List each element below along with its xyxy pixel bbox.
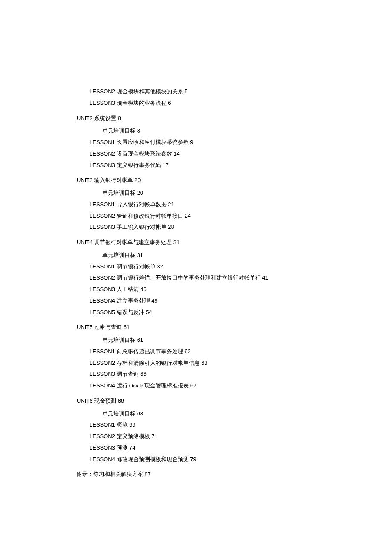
lesson-title: 概览 xyxy=(117,422,128,428)
unit-goal: 单元培训目标 68 xyxy=(102,410,349,418)
lesson-page: 17 xyxy=(162,162,168,168)
lesson-page: 67 xyxy=(190,382,196,389)
goal-page: 61 xyxy=(137,337,143,343)
lesson-entry: LESSON3 手工输入银行对帐单 28 xyxy=(89,223,349,231)
lesson-label: LESSON4 xyxy=(89,456,115,462)
unit-page: 8 xyxy=(118,115,121,121)
lesson-title: 运行 Oracle 现金管理标准报表 xyxy=(117,383,189,389)
lesson-title: 预测 xyxy=(117,445,128,451)
lesson-entry: LESSON2 定义预测模板 71 xyxy=(89,432,349,441)
lesson-page: 66 xyxy=(140,371,146,377)
lesson-label: LESSON1 xyxy=(89,139,115,145)
goal-title: 单元培训目标 xyxy=(102,411,135,417)
lesson-entry: LESSON1 概览 69 xyxy=(89,421,349,429)
lesson-page: 21 xyxy=(168,201,174,208)
unit-goal: 单元培训目标 8 xyxy=(102,127,349,135)
unit-title: 调节银行对帐单与建立事务处理 xyxy=(94,239,172,245)
lesson-entry: LESSON1 向总帐传递已调节事务处理 62 xyxy=(89,347,349,356)
unit-section: UNIT2 系统设置 8 单元培训目标 8 LESSON1 设置应收和应付模块系… xyxy=(77,114,349,170)
lesson-entry: LESSON4 运行 Oracle 现金管理标准报表 67 xyxy=(89,381,349,390)
unit-page: 61 xyxy=(124,324,130,330)
unit-goal: 单元培训目标 20 xyxy=(102,189,349,197)
lesson-page: 74 xyxy=(129,444,135,451)
goal-page: 31 xyxy=(137,252,143,258)
unit-section: UNIT6 现金预测 68 单元培训目标 68 LESSON1 概览 69 LE… xyxy=(77,397,349,464)
lesson-label: LESSON2 xyxy=(89,433,115,439)
lesson-label: LESSON2 xyxy=(89,213,115,219)
lesson-title: 调节银行对帐单 xyxy=(117,264,156,270)
lesson-label: LESSON3 xyxy=(89,100,115,106)
unit-section: UNIT4 调节银行对帐单与建立事务处理 31 单元培训目标 31 LESSON… xyxy=(77,238,349,316)
unit-heading: UNIT6 现金预测 68 xyxy=(77,397,349,405)
lesson-page: 49 xyxy=(151,297,157,304)
lesson-entry: LESSON3 定义银行事务代码 17 xyxy=(89,161,349,170)
lesson-entry: LESSON1 调节银行对帐单 32 xyxy=(89,263,349,271)
unit-heading: UNIT4 调节银行对帐单与建立事务处理 31 xyxy=(77,238,349,247)
unit-title: 现金预测 xyxy=(94,398,116,404)
lesson-label: LESSON4 xyxy=(89,382,115,389)
goal-title: 单元培训目标 xyxy=(102,252,135,258)
lesson-page: 14 xyxy=(173,150,179,157)
lesson-title: 设置应收和应付模块系统参数 xyxy=(117,139,189,145)
lesson-label: LESSON4 xyxy=(89,297,115,304)
lesson-label: LESSON3 xyxy=(89,224,115,230)
appendix-page: 87 xyxy=(144,471,150,477)
lesson-page: 69 xyxy=(129,421,135,428)
lesson-page: 9 xyxy=(190,139,193,145)
lesson-title: 错误与反冲 xyxy=(117,309,144,315)
appendix-entry: 附录：练习和相关解决方案 87 xyxy=(77,470,349,479)
lesson-label: LESSON1 xyxy=(89,348,115,355)
lesson-entry: LESSON2 存档和清除引入的银行对帐单信息 63 xyxy=(89,359,349,367)
lesson-label: LESSON2 xyxy=(89,88,115,95)
lesson-page: 79 xyxy=(190,456,196,462)
unit-page: 68 xyxy=(118,398,124,404)
lesson-page: 24 xyxy=(184,213,190,219)
lesson-label: LESSON3 xyxy=(89,371,115,377)
lesson-title: 现金模块的业务流程 xyxy=(117,100,167,106)
unit-page: 31 xyxy=(173,239,179,245)
goal-title: 单元培训目标 xyxy=(102,190,135,196)
unit-label: UNIT5 xyxy=(77,324,93,330)
pre-unit-lessons: LESSON2 现金模块和其他模块的关系 5 LESSON3 现金模块的业务流程… xyxy=(77,87,349,107)
lesson-page: 46 xyxy=(140,286,146,292)
lesson-entry: LESSON4 建立事务处理 49 xyxy=(89,297,349,305)
lesson-label: LESSON3 xyxy=(89,286,115,292)
lesson-page: 63 xyxy=(201,360,207,366)
lesson-entry: LESSON3 人工结清 46 xyxy=(89,285,349,294)
lesson-entry: LESSON3 预测 74 xyxy=(89,444,349,452)
lesson-page: 54 xyxy=(146,309,152,315)
unit-label: UNIT2 xyxy=(77,115,93,121)
lesson-label: LESSON1 xyxy=(89,263,115,270)
unit-label: UNIT3 xyxy=(77,177,93,183)
goal-page: 68 xyxy=(137,410,143,417)
unit-label: UNIT4 xyxy=(77,239,93,245)
goal-page: 20 xyxy=(137,190,143,196)
lesson-label: LESSON2 xyxy=(89,150,115,157)
lesson-entry: LESSON5 错误与反冲 54 xyxy=(89,308,349,317)
lesson-title: 调节查询 xyxy=(117,371,139,377)
lesson-entry: LESSON2 现金模块和其他模块的关系 5 xyxy=(89,87,349,96)
unit-title: 输入银行对帐单 xyxy=(94,177,133,183)
unit-title: 系统设置 xyxy=(94,115,116,121)
unit-section: UNIT3 输入银行对帐单 20 单元培训目标 20 LESSON1 导入银行对… xyxy=(77,176,349,231)
lesson-page: 62 xyxy=(184,348,190,355)
lesson-entry: LESSON1 导入银行对帐单数据 21 xyxy=(89,200,349,209)
lesson-title: 验证和修改银行对帐单接口 xyxy=(117,213,183,219)
lesson-title: 现金模块和其他模块的关系 xyxy=(117,89,183,95)
lesson-title: 定义预测模板 xyxy=(117,433,150,439)
lesson-title: 调节银行差错、开放接口中的事务处理和建立银行对帐单行 xyxy=(117,275,261,281)
unit-section: UNIT5 过帐与查询 61 单元培训目标 61 LESSON1 向总帐传递已调… xyxy=(77,323,349,390)
unit-title: 过帐与查询 xyxy=(94,324,122,330)
lesson-title: 设置现金模块系统参数 xyxy=(117,151,172,157)
lesson-page: 32 xyxy=(157,263,163,270)
unit-heading: UNIT2 系统设置 8 xyxy=(77,114,349,123)
lesson-entry: LESSON2 设置现金模块系统参数 14 xyxy=(89,150,349,158)
unit-label: UNIT6 xyxy=(77,398,93,404)
unit-heading: UNIT3 输入银行对帐单 20 xyxy=(77,176,349,185)
lesson-label: LESSON1 xyxy=(89,201,115,208)
unit-heading: UNIT5 过帐与查询 61 xyxy=(77,323,349,332)
lesson-title: 存档和清除引入的银行对帐单信息 xyxy=(117,360,200,366)
lesson-entry: LESSON1 设置应收和应付模块系统参数 9 xyxy=(89,138,349,147)
appendix-title: 附录：练习和相关解决方案 xyxy=(77,471,143,477)
lesson-label: LESSON3 xyxy=(89,162,115,168)
